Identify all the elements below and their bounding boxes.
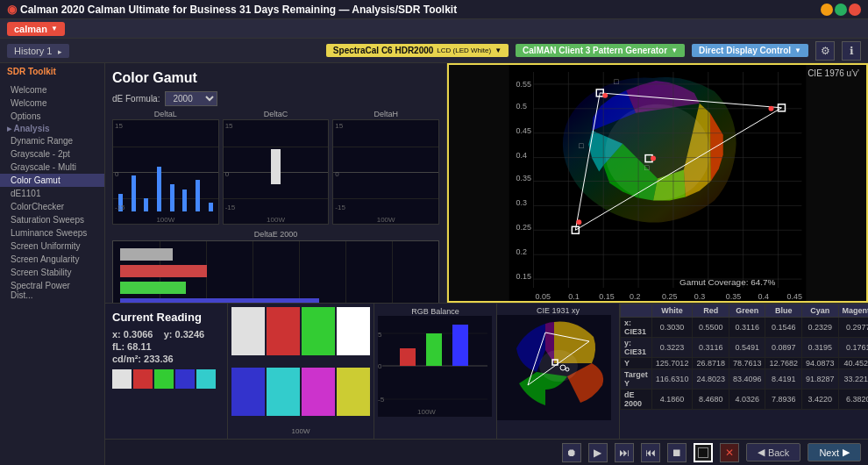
svg-point-45 (651, 156, 656, 161)
device3-button[interactable]: Direct Display Control ▼ (692, 44, 808, 57)
reading-swatch-blue (175, 369, 195, 389)
svg-text:-5: -5 (378, 396, 385, 404)
sidebar-item-saturation-sweeps[interactable]: Saturation Sweeps (0, 213, 104, 226)
next-arrow-icon: ▶ (843, 447, 850, 458)
bar-fill-red (120, 265, 207, 277)
sidebar-item-color-gamut[interactable]: Color Gamut (0, 174, 104, 187)
bar-fill-white (120, 248, 173, 261)
sidebar-item-grayscale-2pt[interactable]: Grayscale - 2pt (0, 147, 104, 161)
col-header-white: White (651, 304, 693, 318)
info-button[interactable]: ℹ (842, 41, 861, 61)
delta-c-xlabel: 100W (224, 216, 329, 224)
svg-text:0: 0 (378, 362, 382, 370)
table-row-cie31y: y: CIE31 0.3223 0.3116 0.5491 0.0897 0.3… (621, 338, 869, 358)
bottom-swatches-row2 (231, 368, 370, 428)
device1-button[interactable]: SpectraCal C6 HDR2000 LCD (LED White) ▼ (326, 44, 509, 57)
skip-button[interactable]: ⏭ (615, 443, 634, 462)
svg-point-2 (605, 104, 710, 201)
logo-text: Calman 2020 Calman Ultimate for Business… (20, 4, 457, 16)
formula-select[interactable]: 2000 ICtCp 76 (165, 91, 217, 106)
next-button[interactable]: Next ▶ (808, 443, 861, 461)
cell-red-Y: 26.8718 (693, 358, 729, 369)
table-row-targetY: Target Y 116.6310 24.8023 83.4096 8.4191… (621, 369, 869, 390)
record-button[interactable]: ⏺ (562, 443, 581, 462)
cell-cyan-cie31x: 0.2329 (802, 318, 839, 338)
bar-track-white (120, 248, 431, 261)
back-label: Back (768, 447, 789, 458)
bottom-swatch-blue[interactable] (231, 368, 265, 416)
bottom-swatch-white[interactable] (231, 307, 265, 355)
svg-rect-60 (400, 348, 416, 366)
home-button[interactable]: ⏮ (641, 443, 660, 462)
cell-cyan-cie31y: 0.3195 (802, 338, 839, 358)
sidebar-item-welcome2[interactable]: Welcome (0, 97, 104, 110)
sidebar-item-de1101[interactable]: dE1101 (0, 187, 104, 200)
sidebar-group-analysis: ▸ Analysis (0, 123, 104, 134)
stop-button[interactable]: ⏹ (667, 443, 687, 462)
bottom-swatch-yellow[interactable] (337, 368, 370, 416)
cell-blue-cie31y: 0.0897 (765, 338, 802, 358)
col-header-red: Red (693, 304, 729, 318)
history-tab-arrow: ▸ (58, 47, 62, 56)
minimize-button[interactable] (821, 4, 833, 16)
sidebar-item-screen-angularity[interactable]: Screen Angularity (0, 253, 104, 266)
cell-red-cie31y: 0.3116 (693, 338, 729, 358)
window-controls[interactable] (821, 4, 861, 16)
row-label-cie31y: y: CIE31 (621, 338, 652, 358)
sidebar-item-spectral-power[interactable]: Spectral Power Dist... (0, 279, 104, 302)
delta-c-title: DeltaC (223, 110, 330, 118)
data-table-panel: White Red Green Blue Cyan Magenta Yellow… (620, 304, 868, 439)
col-header-green: Green (729, 304, 765, 318)
sidebar-item-welcome[interactable]: Welcome (0, 83, 104, 97)
cell-blue-cie31x: 0.1546 (765, 318, 802, 338)
bar-row-white (120, 247, 431, 261)
svg-text:0.3: 0.3 (516, 198, 527, 207)
device2-button[interactable]: CalMAN Client 3 Pattern Generator ▼ (516, 44, 685, 57)
svg-text:5: 5 (378, 331, 382, 339)
svg-point-47 (602, 93, 608, 98)
sidebar-item-screen-stability[interactable]: Screen Stability (0, 266, 104, 279)
bottom-swatch-magenta[interactable] (302, 368, 335, 416)
settings-button[interactable]: ⚙ (815, 41, 835, 61)
calman-logo-button[interactable]: calman ▼ (7, 22, 65, 36)
device3-chevron: ▼ (794, 46, 801, 54)
cell-white-de2000: 4.1860 (651, 390, 693, 410)
delta-l-bar-5 (170, 184, 174, 211)
svg-text:□: □ (579, 141, 584, 150)
cell-red-cie31x: 0.5500 (693, 318, 729, 338)
bottom-swatch-green[interactable] (302, 307, 335, 355)
table-row-Y: Y 125.7012 26.8718 78.7613 12.7682 94.08… (621, 358, 869, 369)
cell-blue-de2000: 7.8936 (765, 390, 802, 410)
sidebar-item-luminance-sweeps[interactable]: Luminance Sweeps (0, 226, 104, 240)
bar-chart-title: DeltaE 2000 (112, 230, 439, 239)
svg-text:0.45: 0.45 (786, 292, 801, 301)
close-x-button[interactable]: ✕ (720, 443, 739, 462)
sidebar-item-grayscale-multi[interactable]: Grayscale - Multi (0, 161, 104, 174)
delta-h-chart: 100W 15 -15 0 (332, 119, 439, 225)
col-header-label (621, 304, 652, 318)
cell-magenta-cie31y: 0.1761 (838, 338, 868, 358)
bar-row-red (120, 264, 431, 278)
sidebar-item-screen-uniformity[interactable]: Screen Uniformity (0, 240, 104, 253)
bottom-swatch-red[interactable] (267, 307, 300, 355)
delta-l-ymid: 0 (115, 170, 118, 178)
delta-c-chart-wrapper: DeltaC 100W 15 -15 0 (223, 110, 330, 225)
formula-row: dE Formula: 2000 ICtCp 76 (112, 91, 439, 106)
close-button[interactable] (849, 4, 861, 16)
sidebar-item-options[interactable]: Options (0, 110, 104, 123)
bar-track-red (120, 265, 431, 277)
cie-small-svg (497, 315, 611, 420)
svg-text:0.45: 0.45 (516, 126, 531, 135)
delta-c-white-bar (271, 149, 281, 185)
history-tab[interactable]: History 1 ▸ (7, 44, 69, 58)
play-button[interactable]: ▶ (588, 443, 608, 462)
sidebar-item-dynamic-range[interactable]: Dynamic Range (0, 134, 104, 147)
sidebar-item-colorchecker[interactable]: ColorChecker (0, 200, 104, 213)
svg-text:0.25: 0.25 (662, 292, 677, 301)
back-button[interactable]: ◀ Back (746, 443, 800, 461)
bottom-swatch-cyan[interactable] (267, 368, 300, 416)
cell-white-targetY: 116.6310 (651, 369, 693, 390)
bottom-swatch-white2[interactable] (337, 307, 370, 355)
bar-track-blue (120, 298, 431, 303)
maximize-button[interactable] (835, 4, 847, 16)
